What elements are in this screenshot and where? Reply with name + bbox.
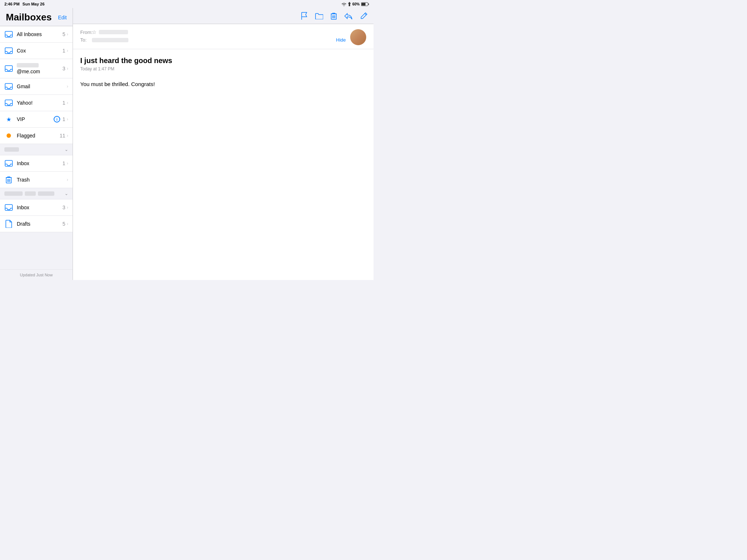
sender-star-icon: ☆ bbox=[92, 29, 97, 35]
section3-redacted-1 bbox=[4, 191, 23, 196]
email-view: From: ☆ To: Hide I just heard the good n… bbox=[73, 8, 374, 280]
inbox2-label: Inbox bbox=[17, 160, 62, 166]
email-header-fields: From: ☆ To: Hide bbox=[80, 29, 346, 45]
inbox2-icon bbox=[4, 159, 13, 168]
sidebar-list: All Inboxes 5 › Cox 1 › bbox=[0, 26, 73, 269]
cox-inbox-icon bbox=[4, 46, 13, 55]
sidebar-item-inbox3[interactable]: Inbox 3 › bbox=[0, 199, 73, 216]
sidebar-item-gmail[interactable]: Gmail › bbox=[0, 78, 73, 95]
cox-label: Cox bbox=[17, 48, 62, 54]
drafts-document-icon bbox=[4, 219, 13, 228]
sidebar-title: Mailboxes bbox=[6, 12, 52, 23]
yahoo-count: 1 bbox=[62, 100, 65, 106]
mecom-domain: @me.com bbox=[17, 69, 40, 74]
cox-count: 1 bbox=[62, 48, 65, 54]
recipient-redacted bbox=[92, 38, 128, 42]
gmail-inbox-icon bbox=[4, 82, 13, 91]
inbox-icon bbox=[4, 30, 13, 39]
reply-button[interactable] bbox=[344, 13, 352, 19]
mecom-chevron: › bbox=[67, 66, 68, 71]
hide-button[interactable]: Hide bbox=[336, 37, 346, 43]
drafts-label: Drafts bbox=[17, 221, 62, 227]
inbox3-icon bbox=[4, 203, 13, 212]
flag-button[interactable] bbox=[301, 12, 308, 20]
email-subject: I just heard the good news bbox=[80, 57, 366, 65]
email-body: You must be thrilled. Congrats! bbox=[73, 74, 374, 94]
vip-count: 1 bbox=[62, 116, 65, 122]
star-icon: ★ bbox=[6, 116, 11, 123]
from-row: From: ☆ bbox=[80, 29, 346, 35]
drafts-chevron: › bbox=[67, 221, 68, 226]
inbox2-count: 1 bbox=[62, 160, 65, 166]
all-inboxes-chevron: › bbox=[67, 32, 68, 37]
mecom-count: 3 bbox=[62, 66, 65, 71]
svg-rect-2 bbox=[361, 3, 365, 5]
sidebar: Mailboxes Edit All Inboxes 5 › bbox=[0, 8, 73, 280]
time: 2:46 PM bbox=[4, 2, 20, 6]
email-date: Today at 1:47 PM bbox=[80, 66, 366, 71]
section2-header[interactable]: ⌄ bbox=[0, 144, 73, 155]
section2-chevron: ⌄ bbox=[65, 147, 68, 152]
trash-label: Trash bbox=[17, 177, 67, 183]
folder-button[interactable] bbox=[315, 13, 323, 19]
section2-redacted-1 bbox=[4, 147, 19, 152]
flagged-dot-icon bbox=[4, 131, 13, 140]
email-toolbar bbox=[73, 8, 374, 24]
sidebar-item-all-inboxes[interactable]: All Inboxes 5 › bbox=[0, 26, 73, 43]
yahoo-inbox-icon bbox=[4, 98, 13, 107]
sidebar-item-trash[interactable]: Trash › bbox=[0, 172, 73, 188]
inbox3-count: 3 bbox=[62, 205, 65, 210]
battery-percent: 60% bbox=[352, 2, 360, 6]
gmail-chevron: › bbox=[67, 84, 68, 89]
to-label: To: bbox=[80, 37, 92, 43]
sidebar-footer: Updated Just Now bbox=[0, 269, 73, 280]
sidebar-item-cox[interactable]: Cox 1 › bbox=[0, 43, 73, 59]
sidebar-item-flagged[interactable]: Flagged 11 › bbox=[0, 128, 73, 144]
svg-rect-1 bbox=[368, 3, 369, 5]
drafts-count: 5 bbox=[62, 221, 65, 227]
date: Sun May 26 bbox=[23, 2, 45, 6]
from-label: From: bbox=[80, 30, 92, 35]
mecom-label: @me.com bbox=[17, 63, 62, 74]
sender-redacted bbox=[99, 30, 128, 34]
email-subject-area: I just heard the good news Today at 1:47… bbox=[73, 49, 374, 74]
sidebar-item-drafts[interactable]: Drafts 5 › bbox=[0, 216, 73, 232]
sidebar-item-inbox2[interactable]: Inbox 1 › bbox=[0, 155, 73, 172]
section3-redacted-3 bbox=[38, 191, 54, 196]
sidebar-item-yahoo[interactable]: Yahoo! 1 › bbox=[0, 95, 73, 111]
section3-header[interactable]: ⌄ bbox=[0, 188, 73, 199]
delete-button[interactable] bbox=[330, 12, 337, 20]
battery-icon bbox=[361, 2, 369, 6]
sidebar-item-vip[interactable]: ★ VIP i 1 › bbox=[0, 111, 73, 128]
compose-button[interactable] bbox=[360, 12, 368, 20]
inbox3-label: Inbox bbox=[17, 205, 62, 210]
inbox2-chevron: › bbox=[67, 161, 68, 166]
mecom-inbox-icon bbox=[4, 64, 13, 73]
orange-dot-icon bbox=[7, 133, 11, 138]
vip-info-button[interactable]: i bbox=[54, 116, 60, 122]
wifi-icon bbox=[341, 2, 347, 6]
updated-text: Updated Just Now bbox=[20, 273, 53, 277]
vip-chevron: › bbox=[67, 117, 68, 122]
cox-chevron: › bbox=[67, 48, 68, 53]
flagged-count: 11 bbox=[59, 133, 65, 139]
yahoo-label: Yahoo! bbox=[17, 100, 62, 106]
sidebar-header: Mailboxes Edit bbox=[0, 8, 73, 26]
mecom-redacted bbox=[17, 63, 39, 67]
sidebar-item-me-com[interactable]: @me.com 3 › bbox=[0, 59, 73, 78]
all-inboxes-label: All Inboxes bbox=[17, 31, 62, 37]
location-icon bbox=[348, 2, 351, 6]
edit-button[interactable]: Edit bbox=[58, 15, 67, 20]
flagged-chevron: › bbox=[67, 133, 68, 138]
yahoo-chevron: › bbox=[67, 100, 68, 105]
gmail-label: Gmail bbox=[17, 83, 67, 89]
vip-label: VIP bbox=[17, 116, 54, 122]
sender-avatar bbox=[350, 29, 366, 45]
email-header: From: ☆ To: Hide bbox=[73, 24, 374, 49]
status-bar: 2:46 PM Sun May 26 60% bbox=[0, 0, 374, 8]
inbox3-chevron: › bbox=[67, 205, 68, 210]
section3-redacted-2 bbox=[25, 191, 36, 196]
to-row: To: Hide bbox=[80, 37, 346, 43]
email-body-text: You must be thrilled. Congrats! bbox=[80, 80, 366, 89]
section3-chevron: ⌄ bbox=[65, 191, 68, 196]
